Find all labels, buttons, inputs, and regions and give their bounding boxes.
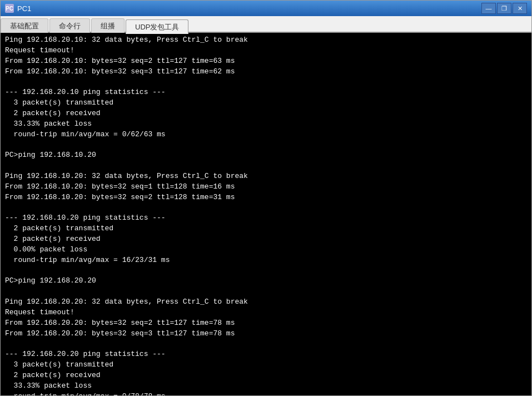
window-title: PC1 <box>17 4 481 13</box>
title-bar: PC PC1 — ❐ ✕ <box>1 1 531 16</box>
window-controls: — ❐ ✕ <box>481 3 527 14</box>
tab-cmd[interactable]: 命令行 <box>49 18 90 33</box>
window-icon: PC <box>5 4 14 13</box>
terminal-output[interactable]: Ping 192.168.20.10: 32 data bytes, Press… <box>1 33 531 395</box>
main-window: PC PC1 — ❐ ✕ 基础配置 命令行 组播 UDP发包工具 Ping 19… <box>0 0 532 396</box>
tab-basic[interactable]: 基础配置 <box>1 18 48 33</box>
tab-bar: 基础配置 命令行 组播 UDP发包工具 <box>1 16 531 33</box>
tab-udp[interactable]: UDP发包工具 <box>126 19 188 34</box>
minimize-button[interactable]: — <box>481 3 496 14</box>
restore-button[interactable]: ❐ <box>497 3 511 14</box>
tab-group[interactable]: 组播 <box>91 18 125 33</box>
close-button[interactable]: ✕ <box>513 3 527 14</box>
